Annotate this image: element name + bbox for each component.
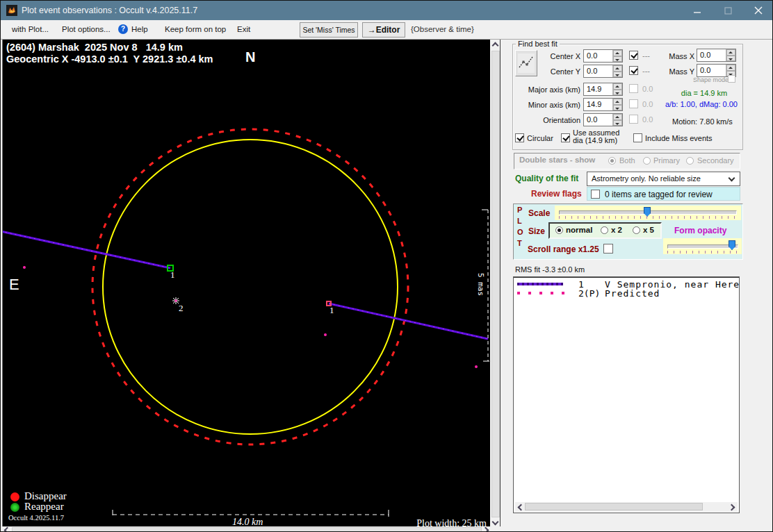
list-row2-num: 2(P) [578,288,600,299]
ab-dmag-label: a/b: 1.00, dMag: 0.00 [665,100,738,108]
mass-x-spinner[interactable]: 0.0 [697,49,736,62]
stray-dot-3 [475,365,478,368]
spinner-arrows[interactable] [612,99,622,110]
double-secondary-radio[interactable] [686,157,694,165]
quality-dropdown[interactable]: Astrometry only. No reliable size [587,172,740,186]
plot-title-line2: Geocentric X -4913.0 ±0.1 Y 2921.3 ±0.4 … [6,53,213,65]
list-horizontal-scrollbar[interactable] [515,502,738,512]
plot-graphics [3,40,491,526]
maximize-button[interactable] [716,1,740,20]
scroll-left-icon[interactable] [4,527,11,532]
observation-list[interactable]: 1 V Sempronio, near Heref 2(P) Predicted [513,276,740,513]
menu-keep-on-top[interactable]: Keep form on top [165,25,226,33]
review-flags-label: Review flags [531,189,582,199]
spinner-arrows[interactable] [726,49,735,61]
fix-y-dash-label: --- [642,67,650,75]
minor-axis-label: Minor axis (km) [523,101,580,109]
plot-version-label: Occult 4.2025.11.7 [8,514,64,522]
minimize-button[interactable] [685,1,709,20]
double-both-radio[interactable] [608,157,616,165]
review-flags-field: 0 items are tagged for review [587,187,740,201]
menu-exit[interactable]: Exit [237,25,250,33]
review-flags-checkbox[interactable] [591,190,600,199]
minor-axis-value: 14.9 [584,99,612,110]
scale-slider-thumb[interactable] [644,207,651,217]
double-primary-label: Primary [653,156,680,165]
fix-center-y-checkbox[interactable] [629,66,638,75]
plot-vertical-scrollbar[interactable] [490,40,501,526]
minor-axis-err-checkbox[interactable] [629,99,638,108]
plot-letter-t: T [517,239,522,247]
star2-center-dot [174,299,177,301]
size-x5-label: x 5 [643,226,654,234]
circular-label: Circular [527,134,553,142]
list-scroll-thumb[interactable] [525,503,703,510]
help-icon[interactable]: ? [118,24,128,34]
opacity-slider-groove [667,244,738,249]
size-x2-radio[interactable] [601,226,608,234]
use-assumed-checkbox[interactable] [561,133,570,142]
center-x-spinner[interactable]: 0.0 [583,49,623,63]
scale-slider-ticks [559,216,735,219]
scale-slider[interactable] [555,206,741,220]
form-opacity-slider[interactable] [663,238,742,254]
list-scroll-left-icon[interactable] [518,504,525,511]
minor-axis-spinner[interactable]: 14.9 [583,98,623,111]
orientation-spinner[interactable]: 0.0 [583,113,623,126]
scroll-up-icon[interactable] [492,42,499,49]
scroll-range-checkbox[interactable] [603,244,613,253]
size-normal-radio[interactable] [555,226,563,234]
major-axis-err-checkbox[interactable] [629,84,638,93]
quality-value: Astrometry only. No reliable size [592,174,701,183]
plot-title-line1: (2604) Marshak 2025 Nov 8 14.9 km [6,42,183,53]
dropdown-arrow-icon [729,175,735,182]
center-y-label: Center Y [542,67,580,76]
include-miss-checkbox[interactable] [633,133,642,142]
vertical-scroll-thumb[interactable] [491,51,500,517]
double-primary-radio[interactable] [643,157,651,165]
window-title: Plot event observations : Occult v.4.202… [22,6,197,15]
dia-label: dia = 14.9 km [676,89,732,97]
reappear-legend-icon [10,503,19,512]
orientation-err-checkbox[interactable] [629,115,638,124]
shape-model-checkbox[interactable] [728,75,735,83]
plot-letter-o: O [517,228,523,236]
spinner-arrows[interactable] [612,50,622,62]
mass-x-label: Mass X [667,52,694,60]
editor-button[interactable]: →Editor [362,22,405,38]
center-x-value: 0.0 [584,50,612,62]
list-scroll-right-icon[interactable] [729,504,735,511]
fit-chart-button[interactable] [515,50,537,76]
center-y-spinner[interactable]: 0.0 [583,65,623,78]
fix-center-x-checkbox[interactable] [629,51,638,60]
set-miss-times-button[interactable]: Set 'Miss' Times [300,22,358,38]
scroll-right-icon[interactable] [482,527,489,532]
orientation-value: 0.0 [584,114,612,126]
plot-letter-l: L [517,217,522,225]
scroll-down-icon[interactable] [492,519,499,526]
close-button[interactable] [747,1,770,20]
orientation-label: Orientation [523,116,580,124]
spinner-arrows[interactable] [612,114,622,126]
center-x-label: Center X [542,52,580,60]
menu-with-plot[interactable]: with Plot... [12,25,49,33]
major-axis-spinner[interactable]: 14.9 [583,83,623,96]
size-x5-radio[interactable] [633,226,640,234]
chord1-legend-line [517,283,563,285]
major-axis-err-label: 0.0 [642,85,653,93]
major-axis-label: Major axis (km) [523,85,580,94]
rms-fit-label: RMS fit -3.3 ±0.0 km [515,265,585,274]
reappear-legend-label: Reappear [24,501,64,513]
circular-checkbox[interactable] [515,133,524,142]
observer-time-label: {Observer & time} [411,25,474,33]
spinner-arrows[interactable] [612,65,622,77]
menu-plot-options[interactable]: Plot options... [62,25,111,33]
menu-help[interactable]: Help [131,25,148,33]
spinner-arrows[interactable] [612,83,622,95]
size-radio-group: normal x 2 x 5 [548,222,662,239]
plot-canvas[interactable]: (2604) Marshak 2025 Nov 8 14.9 km Geocen… [2,40,491,526]
size-x2-label: x 2 [611,226,622,234]
plot-horizontal-scrollbar[interactable] [2,526,490,532]
north-label: N [245,49,255,65]
horizontal-scroll-thumb[interactable] [12,527,482,532]
